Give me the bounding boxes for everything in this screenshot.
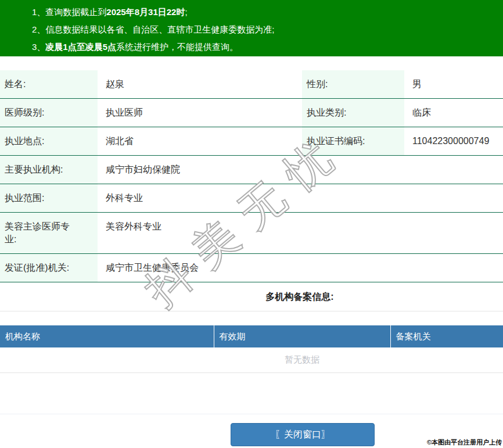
notice-line-2: 2、信息数据结果以各省、自治区、直辖市卫生健康委数据为准; xyxy=(32,21,497,38)
field-value-issuing-authority: 咸宁市卫生健康委员会 xyxy=(98,254,503,282)
practitioner-info-table: 姓名: 赵泉 性别: 男 医师级别: 执业医师 执业类别: 临床 执业地点: 湖… xyxy=(0,70,503,282)
notice-text: 查询数据截止到 xyxy=(45,7,106,17)
column-header-record-authority: 备案机关 xyxy=(390,325,503,347)
notice-line-3: 3、凌晨1点至凌晨5点系统进行维护，不能提供查询。 xyxy=(32,38,497,56)
notice-text-bold: 凌晨1点至凌晨5点 xyxy=(45,42,116,52)
notice-text: 系统进行维护，不能提供查询。 xyxy=(116,42,238,52)
field-label-practice-category: 执业类别: xyxy=(302,99,404,127)
field-label-practice-scope: 执业范围: xyxy=(0,184,98,213)
close-window-button[interactable]: 〖关闭窗口〗 xyxy=(231,423,375,446)
records-footer-area xyxy=(0,373,503,414)
field-label-cosmetic-specialty: 美容主诊医师专业: xyxy=(0,213,98,254)
field-value-cosmetic-specialty: 美容外科专业 xyxy=(98,213,503,254)
field-value-gender: 男 xyxy=(404,70,503,99)
field-label-doctor-level: 医师级别: xyxy=(0,99,98,127)
notice-text: ; xyxy=(185,7,187,17)
column-header-institution-name: 机构名称 xyxy=(0,325,214,347)
records-empty-row: 暂无数据 xyxy=(0,347,503,373)
table-row: 执业范围: 外科专业 xyxy=(0,184,503,213)
divider-line xyxy=(0,311,503,311)
table-row: 姓名: 赵泉 性别: 男 xyxy=(0,70,503,99)
table-row: 执业地点: 湖北省 执业证书编码: 110422300000749 xyxy=(0,127,503,156)
field-label-certificate-number: 执业证书编码: xyxy=(302,127,404,156)
upload-credit-text: ©本图由平台注册用户上传 xyxy=(427,438,502,447)
multi-institution-records-table: 机构名称 有效期 备案机关 暂无数据 xyxy=(0,325,503,373)
table-row: 发证(批准)机关: 咸宁市卫生健康委员会 xyxy=(0,254,503,282)
field-value-practice-category: 临床 xyxy=(404,99,503,127)
field-value-practice-scope: 外科专业 xyxy=(98,184,503,213)
query-result-page: 1、查询数据截止到2025年8月31日22时; 2、信息数据结果以各省、自治区、… xyxy=(0,0,503,448)
notice-text-bold: 2025年8月31日22时 xyxy=(106,7,185,17)
field-value-doctor-level: 执业医师 xyxy=(98,99,302,127)
empty-state-text: 暂无数据 xyxy=(0,347,503,373)
table-row: 医师级别: 执业医师 执业类别: 临床 xyxy=(0,99,503,127)
field-label-main-institution: 主要执业机构: xyxy=(0,156,98,184)
notice-text: 信息数据结果以各省、自治区、直辖市卫生健康委数据为准; xyxy=(45,24,274,34)
notice-number: 3、 xyxy=(32,42,45,52)
column-header-validity-period: 有效期 xyxy=(214,325,390,347)
notice-number: 2、 xyxy=(32,24,45,34)
field-label-name: 姓名: xyxy=(0,70,98,99)
table-row: 美容主诊医师专业: 美容外科专业 xyxy=(0,213,503,254)
field-value-main-institution: 咸宁市妇幼保健院 xyxy=(98,156,503,184)
notice-banner: 1、查询数据截止到2025年8月31日22时; 2、信息数据结果以各省、自治区、… xyxy=(0,0,503,56)
records-header-row: 机构名称 有效期 备案机关 xyxy=(0,325,503,347)
multi-institution-section-title: 多机构备案信息: xyxy=(0,282,503,311)
field-value-certificate-number: 110422300000749 xyxy=(404,127,503,156)
notice-line-1: 1、查询数据截止到2025年8月31日22时; xyxy=(32,3,497,21)
field-value-name: 赵泉 xyxy=(98,70,302,99)
table-row: 主要执业机构: 咸宁市妇幼保健院 xyxy=(0,156,503,184)
field-label-gender: 性别: xyxy=(302,70,404,99)
field-label-issuing-authority: 发证(批准)机关: xyxy=(0,254,98,282)
notice-number: 1、 xyxy=(32,7,45,17)
field-label-practice-location: 执业地点: xyxy=(0,127,98,156)
field-value-practice-location: 湖北省 xyxy=(98,127,302,156)
